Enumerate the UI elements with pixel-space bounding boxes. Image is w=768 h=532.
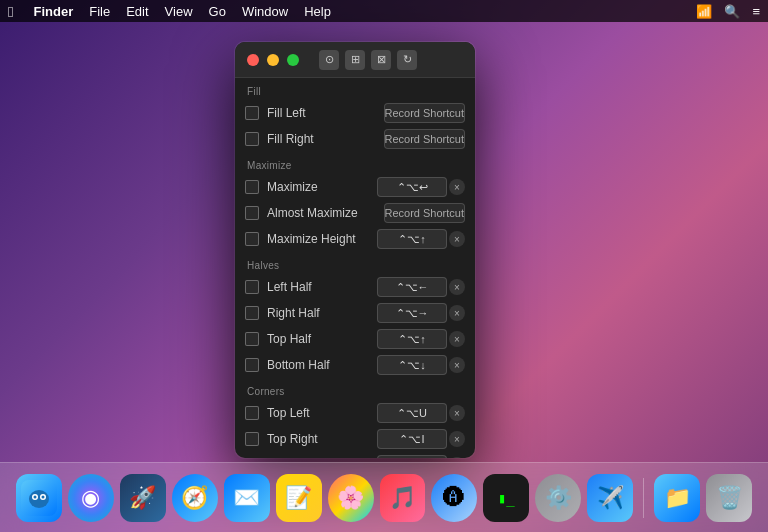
almost-maximize-row: Almost Maximize Record Shortcut [235, 200, 475, 226]
maximize-height-shortcut: ⌃⌥↑ × [377, 229, 465, 249]
fill-left-row: Fill Left Record Shortcut [235, 100, 475, 126]
top-half-keys: ⌃⌥↑ [377, 329, 447, 349]
left-half-clear-btn[interactable]: × [449, 279, 465, 295]
maximize-shortcut: ⌃⌥↩ × [377, 177, 465, 197]
bottom-half-keys: ⌃⌥↓ [377, 355, 447, 375]
top-half-row: Top Half ⌃⌥↑ × [235, 326, 475, 352]
section-halves-label: Halves [235, 252, 475, 274]
menubar-right: 📶 🔍 ≡ [696, 4, 760, 19]
dock-safari[interactable]: 🧭 [172, 474, 218, 522]
menubar-view[interactable]: View [157, 4, 201, 19]
apple-menu[interactable]:  [8, 3, 13, 20]
left-half-shortcut: ⌃⌥← × [377, 277, 465, 297]
grid-icon[interactable]: ⊞ [345, 50, 365, 70]
top-half-shortcut: ⌃⌥↑ × [377, 329, 465, 349]
dock-finder[interactable] [16, 474, 62, 522]
top-left-keys: ⌃⌥U [377, 403, 447, 423]
fill-right-checkbox[interactable] [245, 132, 259, 146]
dock-siri[interactable]: ◉ [68, 474, 114, 522]
bottom-left-clear-btn[interactable]: × [449, 457, 465, 458]
refresh-icon[interactable]: ↻ [397, 50, 417, 70]
right-half-label: Right Half [267, 306, 369, 320]
top-left-row: Top Left ⌃⌥U × [235, 400, 475, 426]
top-left-shortcut: ⌃⌥U × [377, 403, 465, 423]
left-half-checkbox[interactable] [245, 280, 259, 294]
bottom-left-row: Bottom Left ⌃⌥J × [235, 452, 475, 458]
top-right-label: Top Right [267, 432, 369, 446]
top-left-checkbox[interactable] [245, 406, 259, 420]
menubar-go[interactable]: Go [201, 4, 234, 19]
left-half-row: Left Half ⌃⌥← × [235, 274, 475, 300]
right-half-clear-btn[interactable]: × [449, 305, 465, 321]
dock-photos[interactable]: 🌸 [328, 474, 374, 522]
wifi-icon[interactable]: 📶 [696, 4, 712, 19]
menubar-help[interactable]: Help [296, 4, 339, 19]
maximize-height-clear-btn[interactable]: × [449, 231, 465, 247]
maximize-height-checkbox[interactable] [245, 232, 259, 246]
dock: ◉ 🚀 🧭 ✉️ 📝 🌸 🎵 🅐 ▮_ ⚙️ ✈️ 📁 🗑️ [0, 462, 768, 532]
top-left-label: Top Left [267, 406, 369, 420]
fill-right-record-btn[interactable]: Record Shortcut [384, 129, 465, 149]
menubar-file[interactable]: File [81, 4, 118, 19]
fill-right-label: Fill Right [267, 132, 376, 146]
bottom-left-keys: ⌃⌥J [377, 455, 447, 458]
dock-notes[interactable]: 📝 [276, 474, 322, 522]
maximize-label: Maximize [267, 180, 369, 194]
dock-mail[interactable]: ✉️ [224, 474, 270, 522]
bottom-left-shortcut: ⌃⌥J × [377, 455, 465, 458]
dock-downloads[interactable]: 📁 [654, 474, 700, 522]
right-half-keys: ⌃⌥→ [377, 303, 447, 323]
window-content: Fill Fill Left Record Shortcut Fill Righ… [235, 78, 475, 458]
maximize-height-label: Maximize Height [267, 232, 369, 246]
shortcuts-window: ⊙ ⊞ ⊠ ↻ Fill Fill Left Record Shortcut F… [235, 42, 475, 458]
right-half-checkbox[interactable] [245, 306, 259, 320]
left-half-keys: ⌃⌥← [377, 277, 447, 297]
menubar-finder[interactable]: Finder [25, 4, 81, 19]
fill-left-checkbox[interactable] [245, 106, 259, 120]
top-half-checkbox[interactable] [245, 332, 259, 346]
close-button[interactable] [247, 54, 259, 66]
svg-point-4 [33, 495, 36, 498]
maximize-checkbox[interactable] [245, 180, 259, 194]
maximize-button[interactable] [287, 54, 299, 66]
top-half-label: Top Half [267, 332, 369, 346]
bottom-half-checkbox[interactable] [245, 358, 259, 372]
dock-appstore[interactable]: 🅐 [431, 474, 477, 522]
minimize-button[interactable] [267, 54, 279, 66]
x-icon[interactable]: ⊠ [371, 50, 391, 70]
almost-maximize-label: Almost Maximize [267, 206, 376, 220]
top-half-clear-btn[interactable]: × [449, 331, 465, 347]
dock-terminal[interactable]: ▮_ [483, 474, 529, 522]
menubar-window[interactable]: Window [234, 4, 296, 19]
top-left-clear-btn[interactable]: × [449, 405, 465, 421]
dock-settings[interactable]: ⚙️ [535, 474, 581, 522]
left-half-label: Left Half [267, 280, 369, 294]
bottom-half-row: Bottom Half ⌃⌥↓ × [235, 352, 475, 378]
maximize-clear-btn[interactable]: × [449, 179, 465, 195]
bottom-half-shortcut: ⌃⌥↓ × [377, 355, 465, 375]
top-right-keys: ⌃⌥I [377, 429, 447, 449]
right-half-row: Right Half ⌃⌥→ × [235, 300, 475, 326]
dock-music[interactable]: 🎵 [380, 474, 426, 522]
almost-maximize-checkbox[interactable] [245, 206, 259, 220]
fill-left-shortcut: Record Shortcut [384, 103, 465, 123]
dock-testflight[interactable]: ✈️ [587, 474, 633, 522]
record-icon[interactable]: ⊙ [319, 50, 339, 70]
fill-right-shortcut: Record Shortcut [384, 129, 465, 149]
dock-trash[interactable]: 🗑️ [706, 474, 752, 522]
top-right-checkbox[interactable] [245, 432, 259, 446]
fill-right-row: Fill Right Record Shortcut [235, 126, 475, 152]
fill-left-label: Fill Left [267, 106, 376, 120]
bottom-half-clear-btn[interactable]: × [449, 357, 465, 373]
dock-launchpad[interactable]: 🚀 [120, 474, 166, 522]
window-titlebar: ⊙ ⊞ ⊠ ↻ [235, 42, 475, 78]
section-maximize-label: Maximize [235, 152, 475, 174]
section-fill-label: Fill [235, 78, 475, 100]
top-right-shortcut: ⌃⌥I × [377, 429, 465, 449]
menubar-edit[interactable]: Edit [118, 4, 156, 19]
search-icon[interactable]: 🔍 [724, 4, 740, 19]
almost-maximize-record-btn[interactable]: Record Shortcut [384, 203, 465, 223]
menu-icon[interactable]: ≡ [752, 4, 760, 19]
top-right-clear-btn[interactable]: × [449, 431, 465, 447]
fill-left-record-btn[interactable]: Record Shortcut [384, 103, 465, 123]
